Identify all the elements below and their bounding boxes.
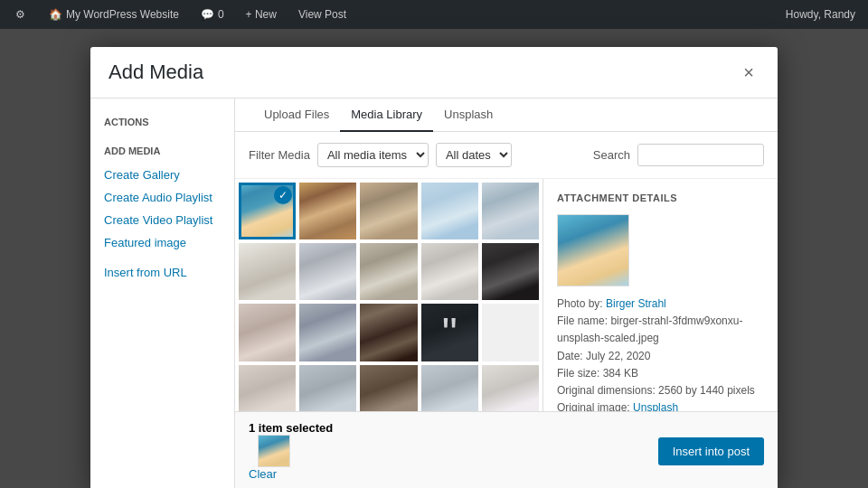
media-item[interactable] xyxy=(299,365,356,411)
photo-by-label: Photo by: xyxy=(557,297,603,310)
grid-attachment-container: ✓ xyxy=(235,179,778,411)
media-item[interactable] xyxy=(482,183,539,239)
media-item[interactable] xyxy=(299,304,356,361)
attachment-meta: Photo by: Birger Strahl File name: birge… xyxy=(557,296,764,411)
media-item[interactable]: " xyxy=(421,304,478,361)
comments-count[interactable]: 💬 0 xyxy=(195,0,230,29)
media-item[interactable] xyxy=(360,243,417,300)
attachment-thumbnail xyxy=(557,214,629,286)
media-item[interactable] xyxy=(482,365,539,411)
selected-thumbnail xyxy=(258,435,290,467)
tab-upload-files[interactable]: Upload Files xyxy=(253,99,340,132)
attachment-details-panel: ATTACHMENT DETAILS Photo by: Birger Stra… xyxy=(542,179,778,411)
media-item[interactable] xyxy=(482,304,539,361)
tab-media-library[interactable]: Media Library xyxy=(340,99,433,132)
wp-logo[interactable]: ⚙ xyxy=(7,2,33,27)
filter-media-label: Filter Media xyxy=(249,148,310,162)
media-item[interactable]: ✓ xyxy=(239,183,296,239)
media-sidebar: Actions Add Media Create Gallery Create … xyxy=(90,99,235,488)
admin-bar-right: Howdy, Randy xyxy=(780,8,861,21)
filter-bar: Filter Media All media items All dates S… xyxy=(235,132,778,179)
tab-unsplash[interactable]: Unsplash xyxy=(433,99,504,132)
insert-from-url-link[interactable]: Insert from URL xyxy=(90,261,234,284)
admin-bar: ⚙ 🏠 My WordPress Website 💬 0 + New View … xyxy=(0,0,868,29)
filename-label: File name: xyxy=(557,314,608,327)
modal-header: Add Media × xyxy=(90,47,778,99)
media-item[interactable] xyxy=(421,243,478,300)
insert-into-post-button[interactable]: Insert into post xyxy=(658,437,764,465)
dimensions-label: Original dimensions: xyxy=(557,384,656,397)
original-image-label: Original image: xyxy=(557,401,630,411)
featured-image-link[interactable]: Featured image xyxy=(90,231,234,254)
howdy-user[interactable]: Howdy, Randy xyxy=(780,8,861,21)
media-footer: 1 item selected Clear Insert into post xyxy=(235,411,778,488)
view-post[interactable]: View Post xyxy=(293,0,352,29)
attachment-details-title: ATTACHMENT DETAILS xyxy=(557,192,764,203)
media-item[interactable] xyxy=(421,183,478,239)
search-input[interactable] xyxy=(637,144,764,166)
media-grid: ✓ xyxy=(239,183,539,411)
media-grid-container[interactable]: ✓ xyxy=(235,179,542,411)
filesize-label: File size: xyxy=(557,367,599,380)
site-name[interactable]: 🏠 My WordPress Website xyxy=(43,0,184,29)
media-item[interactable] xyxy=(360,183,417,239)
create-gallery-link[interactable]: Create Gallery xyxy=(90,164,234,186)
date-value: July 22, 2020 xyxy=(586,350,650,362)
media-main: Upload Files Media Library Unsplash Filt… xyxy=(235,99,778,488)
media-item[interactable] xyxy=(360,365,417,411)
actions-heading: Actions xyxy=(90,117,234,135)
media-item[interactable] xyxy=(482,243,539,300)
filesize-value: 384 KB xyxy=(603,367,638,380)
media-item[interactable] xyxy=(299,183,356,239)
media-item[interactable] xyxy=(421,365,478,411)
add-media-heading: Add Media xyxy=(90,145,234,164)
add-media-modal: Add Media × Actions Add Media Create Gal… xyxy=(90,47,778,488)
selection-info: 1 item selected Clear xyxy=(249,421,333,481)
media-item[interactable] xyxy=(360,304,417,361)
all-dates-select[interactable]: All dates xyxy=(436,143,512,167)
date-label: Date: xyxy=(557,350,583,362)
original-image-link[interactable]: Unsplash xyxy=(633,401,678,411)
modal-body: Actions Add Media Create Gallery Create … xyxy=(90,99,778,488)
search-label: Search xyxy=(593,148,630,162)
dimensions-value: 2560 by 1440 pixels xyxy=(658,384,755,397)
media-item[interactable] xyxy=(239,304,296,361)
clear-selection-link[interactable]: Clear xyxy=(249,467,333,481)
media-tabs: Upload Files Media Library Unsplash xyxy=(235,99,778,132)
modal-close-button[interactable]: × xyxy=(738,61,760,83)
modal-overlay: Add Media × Actions Add Media Create Gal… xyxy=(0,29,868,488)
media-item[interactable] xyxy=(299,243,356,300)
all-media-items-select[interactable]: All media items xyxy=(317,143,429,167)
new-post[interactable]: + New xyxy=(241,0,282,29)
create-video-playlist-link[interactable]: Create Video Playlist xyxy=(90,209,234,231)
media-item[interactable] xyxy=(239,243,296,300)
photographer-link[interactable]: Birger Strahl xyxy=(606,297,666,310)
create-audio-playlist-link[interactable]: Create Audio Playlist xyxy=(90,186,234,209)
modal-title: Add Media xyxy=(108,61,203,84)
selected-count: 1 item selected xyxy=(249,421,333,435)
media-item[interactable] xyxy=(239,365,296,411)
